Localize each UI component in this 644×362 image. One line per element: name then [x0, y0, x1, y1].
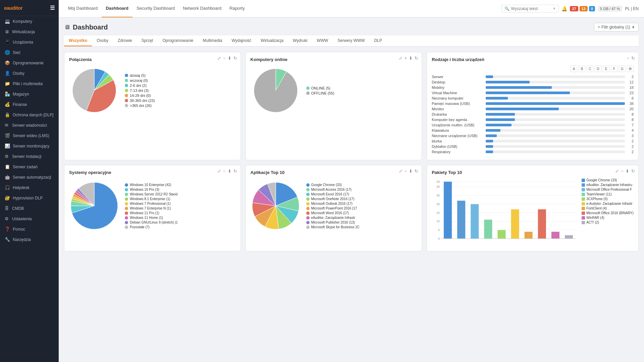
alpha-btn-g[interactable]: G — [619, 65, 626, 72]
sidebar-item-serwer-wideo[interactable]: 🎬Serwer wideo (LMS) — [0, 130, 59, 141]
tab-oprogramowanie[interactable]: Oprogramowanie — [158, 36, 198, 46]
sidebar-item-finanse[interactable]: 💰Finanse — [0, 99, 59, 110]
legend-dot — [306, 212, 310, 215]
minus-icon[interactable]: − — [405, 169, 407, 174]
pakiety-bar-chart: 05101520253033 — [432, 178, 578, 245]
sidebar-label-urzadzenia: Urządzenia — [13, 40, 33, 45]
lang-switcher[interactable]: PL | EN — [625, 6, 639, 11]
sidebar-item-serwer-wiadomosci[interactable]: ✉Serwer wiadomości — [0, 120, 59, 130]
sidebar-item-helpdesk[interactable]: 🎧Helpdesk — [0, 182, 59, 193]
legend-item: >365 dni (26) — [125, 104, 155, 108]
tab-wydajnosc[interactable]: Wydajność — [227, 36, 256, 46]
minus-icon[interactable]: − — [223, 56, 226, 61]
sidebar-item-osoby[interactable]: 👤Osoby — [0, 68, 59, 78]
alpha-btn-d[interactable]: D — [595, 65, 601, 72]
nav-item-moj-dashboard[interactable]: Mój Dashboard — [64, 0, 102, 17]
sidebar-item-siec[interactable]: 🌐Sieć — [0, 47, 59, 58]
sidebar-item-serwer-automatyzacji[interactable]: 🤖Serwer automatyzacji — [0, 172, 59, 182]
tab-multimedia[interactable]: Multimedia — [198, 36, 227, 46]
minus-icon[interactable]: − — [223, 169, 226, 174]
nav-item-network-dashboard[interactable]: Network Dashboard — [179, 0, 225, 17]
search-box[interactable]: 🔍 ▼ — [501, 5, 559, 13]
tab-dlp[interactable]: DLP — [370, 36, 387, 46]
minus-icon[interactable]: − — [621, 169, 624, 174]
sidebar-item-urzadzenia[interactable]: 📱Urządzenia — [0, 37, 59, 47]
sidebar-item-komputery[interactable]: 💻Komputery — [0, 16, 59, 26]
alpha-btn-f[interactable]: F — [611, 65, 618, 72]
legend-label: ONLINE (5) — [311, 86, 330, 90]
minus-icon[interactable]: − — [627, 56, 629, 61]
expand-icon[interactable]: ⤢ — [399, 169, 402, 174]
download-icon[interactable]: ⬇ — [228, 56, 231, 61]
badge-blue[interactable]: 0 — [589, 6, 595, 11]
legend-item: Windows 7 Professional (1) — [125, 202, 178, 205]
alpha-btn-a[interactable]: A — [571, 65, 577, 72]
device-row: Desktop 12 — [432, 80, 634, 84]
tab-serwery-www[interactable]: Serwery WWW — [333, 36, 369, 46]
sidebar-item-narzedzia[interactable]: 🔧Narzędzia — [0, 234, 59, 245]
alpha-btn-c[interactable]: C — [587, 65, 593, 72]
search-dropdown-icon[interactable]: ▼ — [552, 7, 556, 10]
sidebar-item-hypervision[interactable]: 🔐Hyprovision DLP — [0, 193, 59, 203]
download-icon[interactable]: ⬇ — [409, 56, 413, 61]
alpha-btn-b[interactable]: B — [579, 65, 585, 72]
pakiety-legend: Google Chrome (33)eAuditor. Zarządzanie … — [582, 178, 634, 246]
tab-sprzet[interactable]: Sprzęt — [137, 36, 158, 46]
refresh-icon[interactable]: ↻ — [233, 56, 237, 61]
expand-icon[interactable]: ⤢ — [615, 169, 619, 174]
sidebar-item-wirtualizacja[interactable]: 🖥Wirtualizacja — [0, 26, 59, 37]
notification-icon[interactable]: 🔔 — [561, 6, 567, 11]
sidebar-item-ochrona[interactable]: 🔒Ochrona danych [DLP] — [0, 110, 59, 120]
sidebar-item-magazyn[interactable]: 🏪Magazyn — [0, 89, 59, 99]
download-icon[interactable]: ⬇ — [409, 169, 413, 174]
legend-label: Google Chrome (33) — [311, 183, 342, 187]
download-icon[interactable]: ⬇ — [228, 169, 231, 174]
filter-button[interactable]: + Filtr globalny (1) ▼ — [594, 23, 639, 32]
refresh-icon[interactable]: ↻ — [233, 169, 237, 174]
tab-wirtualizacja[interactable]: Wirtualizacja — [256, 36, 288, 46]
alpha-settings-btn[interactable]: ⚙ — [627, 65, 634, 72]
refresh-icon[interactable]: ↻ — [415, 56, 418, 61]
expand-icon[interactable]: ⤢ — [399, 56, 402, 61]
alpha-btn-e[interactable]: E — [603, 65, 609, 72]
nav-item-security-dashboard[interactable]: Security Dashboard — [132, 0, 179, 17]
nav-item-dashboard[interactable]: Dashboard — [102, 0, 132, 17]
widget-aplikacje: Aplikacje Top 10 ⤢ − ⬇ ↻ Google Chrome (… — [246, 165, 422, 251]
download-icon[interactable]: ⬇ — [626, 169, 629, 174]
sidebar-item-serwer-instalacji[interactable]: ⚙Serwer instalacji — [0, 151, 59, 162]
search-input[interactable] — [511, 6, 551, 11]
svg-text:5: 5 — [438, 228, 440, 232]
sidebar-item-serwer-monitorujacy[interactable]: 📊Serwer monitorujący — [0, 141, 59, 151]
sidebar-item-pomoc[interactable]: ❓Pomoc — [0, 224, 59, 234]
legend-dot — [125, 183, 128, 187]
sidebar-item-ustawienia[interactable]: ⚙Ustawienia — [0, 214, 59, 224]
nav-item-raporty[interactable]: Raporty — [225, 0, 249, 17]
tab-osoby[interactable]: Osoby — [92, 36, 113, 46]
refresh-icon[interactable]: ↻ — [415, 169, 418, 174]
sidebar-icon-serwer-instalacji: ⚙ — [5, 154, 9, 159]
sidebar-item-cmdb[interactable]: 🗄CMDB — [0, 203, 59, 214]
tab-wydruki[interactable]: Wydruki — [288, 36, 312, 46]
sidebar-item-oprogramowanie[interactable]: 📦Oprogramowanie — [0, 58, 59, 68]
device-bar-fill — [486, 129, 500, 132]
legend-label: Microsoft Word 2016 (17) — [311, 211, 349, 215]
tab-www[interactable]: WWW — [312, 36, 333, 46]
sidebar: eauditor ☰ 💻Komputery🖥Wirtualizacja📱Urzą… — [0, 0, 59, 362]
badge-orange[interactable]: 13 — [580, 6, 588, 11]
sidebar-item-pliki[interactable]: 📁Pliki i multimedia — [0, 78, 59, 89]
legend-label: Windows 11 Home (1) — [130, 216, 163, 220]
sidebar-label-siec: Sieć — [13, 50, 20, 55]
sidebar-item-serwer-zadan[interactable]: 📋Serwer zadań — [0, 162, 59, 172]
plus-icon[interactable]: + — [405, 56, 407, 61]
badge-red[interactable]: 27 — [570, 6, 578, 11]
expand-icon[interactable]: ⤢ — [217, 169, 221, 174]
legend-label: 2-6 dni (2) — [130, 83, 147, 87]
refresh-icon[interactable]: ↻ — [631, 169, 635, 174]
legend-label: eAuditor. Zarządzanie Infrastr — [311, 216, 355, 220]
refresh-icon[interactable]: ↻ — [631, 56, 635, 61]
tab-zdrowie[interactable]: Zdrowie — [113, 36, 137, 46]
sidebar-label-ustawienia: Ustawienia — [12, 217, 32, 221]
hamburger-icon[interactable]: ☰ — [50, 5, 55, 11]
expand-icon[interactable]: ⤢ — [217, 56, 221, 61]
tab-wszystko[interactable]: Wszystko — [64, 36, 92, 46]
